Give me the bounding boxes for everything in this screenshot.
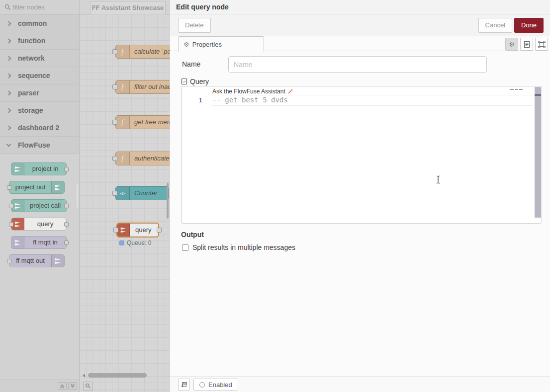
input-port[interactable] [7,259,11,263]
done-button[interactable]: Done [514,18,544,33]
output-port[interactable] [64,222,69,227]
flow-node-counter[interactable]: </> Counter [115,186,169,200]
workspace-tab-ff-assistant-showcase[interactable]: FF Assistant Showcase [90,1,166,14]
name-field-label: Name [182,60,200,68]
input-port[interactable] [9,222,13,227]
palette-category-network[interactable]: network [0,50,79,67]
output-port[interactable] [64,240,69,245]
magic-wand-icon [287,88,293,94]
palette-category-dashboard-2[interactable]: dashboard 2 [0,119,79,137]
palette-node-project-in[interactable]: project in [11,162,67,175]
input-port[interactable] [9,204,13,208]
cancel-button[interactable]: Cancel [478,18,512,33]
palette-category-sequence[interactable]: sequence [0,67,79,84]
category-label: storage [18,106,43,114]
category-label: common [18,19,47,27]
palette-category-function[interactable]: function [0,32,79,50]
flowfuse-icon [51,181,64,193]
query-field-label: Query [181,78,209,85]
input-port[interactable] [112,156,117,161]
enabled-toggle-button[interactable]: Enabled [193,379,238,391]
node-label: get free mem [130,116,170,129]
palette-scrollbar[interactable] [77,184,78,208]
input-port[interactable] [7,185,11,190]
expand-all-button[interactable] [68,382,77,390]
input-port[interactable] [112,191,117,196]
category-label: FlowFuse [18,141,50,149]
palette-category-flowfuse[interactable]: FlowFuse [0,137,79,154]
chevron-right-icon [6,21,11,26]
description-button[interactable] [520,38,533,51]
palette-category-storage[interactable]: storage [0,102,79,119]
node-label: filter out inac [130,80,170,93]
palette-footer [0,380,79,392]
output-port[interactable] [64,167,69,171]
appearance-button[interactable] [535,38,548,51]
name-input[interactable] [228,56,487,73]
chevron-right-icon [6,90,11,95]
node-appearance-icon [538,41,546,48]
palette-node-project-call[interactable]: project call [11,199,67,212]
tab-properties[interactable]: ⚙ Properties [178,36,264,52]
query-code-editor[interactable]: 1 Ask the FlowFuse Assistant -- get best… [181,86,542,224]
chevron-right-icon [6,73,11,78]
node-label: calculate `pa [130,45,170,58]
input-port[interactable] [112,84,117,89]
horizontal-scrollbar[interactable] [88,373,147,378]
output-port[interactable] [157,228,162,233]
editor-scrollbar-thumb[interactable] [535,94,541,96]
flow-node-function[interactable]: ƒ authenticateU [115,152,170,165]
flow-canvas[interactable]: FF Assistant Showcase ƒ calculate `pa ƒ … [80,0,170,392]
collapse-all-button[interactable] [58,382,67,390]
search-icon [85,383,91,389]
input-port[interactable] [112,120,117,125]
chevron-right-icon [6,125,11,130]
tray-body: Name Query 1 Ask the FlowFuse Assistant … [170,52,550,377]
tray-tab-bar: ⚙ Properties ⚙ [170,36,550,51]
editor-line-number: 1 [182,96,202,104]
tab-properties-label: Properties [192,41,222,48]
palette-node-label: query [24,218,66,230]
scroll-left-icon[interactable] [81,373,87,379]
vertical-scrollbar[interactable] [167,183,169,219]
delete-button[interactable]: Delete [178,18,211,33]
palette-sidebar: common function network sequence parser … [0,0,80,392]
palette-search [0,0,79,15]
palette-category-common[interactable]: common [0,15,79,32]
palette-node-project-out[interactable]: project out [9,181,65,194]
document-icon [524,41,530,48]
canvas-search-button[interactable] [83,382,93,391]
chevron-right-icon [6,108,11,113]
edit-tray: Edit query node Delete Cancel Done ⚙ Pro… [170,0,550,392]
status-dot-icon [119,240,124,245]
palette-flowfuse-nodes: project in project out project call quer… [0,154,79,267]
palette-node-ff-mqtt-in[interactable]: ff mqtt in [11,236,67,249]
assistant-hint[interactable]: Ask the FlowFuse Assistant [212,88,293,95]
enabled-label: Enabled [208,381,232,389]
input-port[interactable] [113,228,118,233]
code-icon: </> [116,187,130,200]
split-results-option[interactable]: Split results in multiple messages [182,243,295,251]
editor-scrollbar[interactable] [535,87,541,218]
category-label: function [18,37,45,45]
editor-minimap [510,89,523,90]
palette-category-parser[interactable]: parser [0,84,79,102]
output-port[interactable] [64,204,69,208]
flow-node-function[interactable]: ƒ calculate `pa [115,45,170,59]
flow-node-query-selected[interactable]: query [116,223,159,237]
node-help-button[interactable] [178,379,190,391]
node-red-editor: common function network sequence parser … [0,0,550,392]
palette-node-ff-mqtt-out[interactable]: ff mqtt out [9,254,65,267]
flow-node-function[interactable]: ƒ get free mem [115,115,170,129]
flow-node-function[interactable]: ƒ filter out inac [115,80,170,94]
editor-rule [212,105,533,106]
output-section-label: Output [181,231,204,238]
split-results-checkbox[interactable] [182,244,188,251]
palette-filter-input[interactable] [0,0,79,14]
properties-view-button[interactable]: ⚙ [505,38,518,51]
editor-code-line: -- get best 5 dvds [212,96,288,104]
palette-node-query[interactable]: query [11,218,67,231]
flowfuse-icon [11,236,24,248]
input-port[interactable] [112,49,117,54]
category-label: network [18,54,45,62]
